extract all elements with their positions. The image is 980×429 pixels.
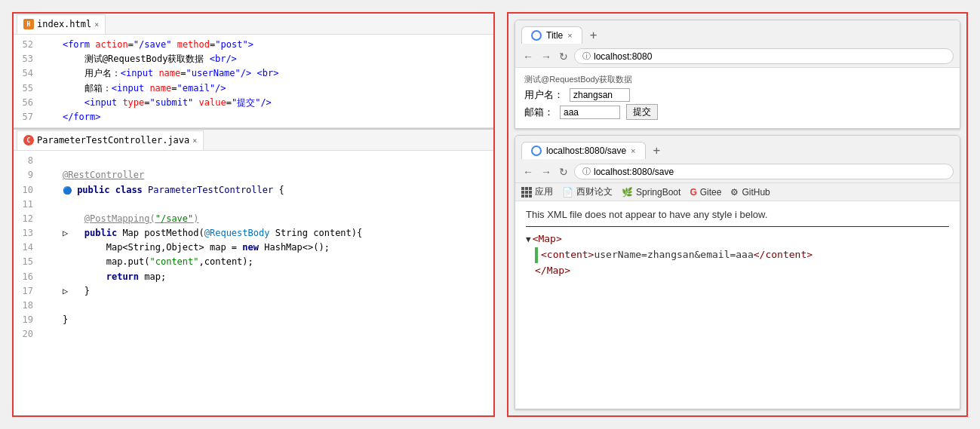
- email-input[interactable]: [560, 106, 620, 119]
- browser-bottom-new-tab[interactable]: +: [647, 140, 667, 161]
- html-code-content: 52 <form action="/save" method="post"> 5…: [14, 35, 493, 127]
- browser-top-chrome: Title × + ← → ↻ ⓘ localhost:8080: [515, 20, 960, 68]
- java-code-content: 8 9 @RestController 10 🔵 public class Pa…: [14, 151, 493, 345]
- back-button[interactable]: ←: [521, 49, 535, 64]
- java-line-16: 16 return map;: [14, 270, 493, 284]
- lock-icon-top: ⓘ: [582, 51, 591, 62]
- html-icon: H: [23, 19, 34, 29]
- browser-bottom-close[interactable]: ×: [631, 146, 635, 155]
- java-tab-close[interactable]: ×: [192, 136, 197, 145]
- bookmark-springboot[interactable]: 🌿 SpringBoot: [622, 187, 680, 198]
- username-label: 用户名：: [524, 88, 564, 102]
- bookmarks-bar: 应用 📄 西财论文 🌿 SpringBoot G Gitee: [515, 182, 960, 201]
- xml-content-line: <content>userName=zhangsan&email=aaa</co…: [526, 247, 949, 263]
- java-line-17: 17 ▷ }: [14, 284, 493, 299]
- java-icon: C: [23, 135, 34, 146]
- globe-icon: [531, 30, 542, 41]
- code-line-54: 54 用户名：<input name="userName"/> <br>: [14, 66, 493, 81]
- html-tab-bar: H index.html ×: [14, 14, 493, 35]
- address-input-top[interactable]: ⓘ localhost:8080: [574, 48, 954, 64]
- java-tab-label: ParameterTestController.java: [37, 135, 189, 146]
- browser-top-tab-bar: Title × +: [515, 20, 960, 45]
- java-line-15: 15 map.put("content",content);: [14, 255, 493, 269]
- browser-bottom-chrome: localhost:8080/save × + ← → ↻ ⓘ localhos…: [515, 136, 960, 201]
- browser-bottom: localhost:8080/save × + ← → ↻ ⓘ localhos…: [515, 135, 960, 409]
- code-line-55: 55 邮箱：<input name="email"/>: [14, 81, 493, 96]
- bookmark-xicai-label: 西财论文: [576, 185, 613, 198]
- globe-icon-bottom: [531, 146, 542, 156]
- github-icon: ⚙: [730, 187, 739, 198]
- lock-icon-bottom: ⓘ: [582, 166, 591, 177]
- xml-bar: [535, 247, 538, 263]
- html-tab-close[interactable]: ×: [94, 20, 99, 29]
- address-text-bottom: localhost:8080/save: [594, 167, 674, 177]
- java-line-8: 8: [14, 154, 493, 168]
- bookmark-github-label: GitHub: [742, 187, 770, 198]
- xml-map-open-tag: <Map>: [533, 231, 562, 247]
- bookmark-github[interactable]: ⚙ GitHub: [730, 187, 770, 198]
- html-editor: H index.html × 52 <form action="/save" m…: [14, 14, 493, 128]
- java-line-19: 19 }: [14, 313, 493, 327]
- browser-top-content: 测试@RequestBody获取数据 用户名： 邮箱： 提交: [515, 68, 960, 128]
- java-line-13: 13 ▷ public Map postMethod(@RequestBody …: [14, 226, 493, 241]
- bookmark-apps-label: 应用: [535, 185, 553, 198]
- gitee-icon: G: [690, 187, 696, 198]
- bookmark-gitee[interactable]: G Gitee: [690, 187, 721, 198]
- content-top-text: 测试@RequestBody获取数据: [524, 74, 951, 85]
- browser-top-tab-title: Title: [546, 30, 563, 41]
- code-line-57: 57 </form>: [14, 110, 493, 124]
- browser-bottom-tab-bar: localhost:8080/save × +: [515, 136, 960, 161]
- browser-bottom-address-bar: ← → ↻ ⓘ localhost:8080/save: [515, 161, 960, 182]
- browser-bottom-tab[interactable]: localhost:8080/save ×: [521, 142, 646, 159]
- java-line-10: 10 🔵 public class ParameterTestControlle…: [14, 183, 493, 198]
- right-panel: Title × + ← → ↻ ⓘ localhost:8080: [507, 12, 968, 417]
- java-line-11: 11: [14, 198, 493, 212]
- code-line-56: 56 <input type="submit" value="提交"/>: [14, 96, 493, 110]
- java-tab-bar: C ParameterTestController.java ×: [14, 130, 493, 151]
- java-editor: C ParameterTestController.java × 8 9 @Re…: [14, 128, 493, 415]
- code-line-52: 52 <form action="/save" method="post">: [14, 38, 493, 52]
- refresh-button-bottom[interactable]: ↻: [558, 164, 570, 179]
- xml-content: This XML file does not appear to have an…: [515, 201, 960, 286]
- email-row: 邮箱： 提交: [524, 104, 951, 120]
- xml-notice: This XML file does not appear to have an…: [526, 209, 949, 220]
- address-input-bottom[interactable]: ⓘ localhost:8080/save: [574, 164, 954, 179]
- forward-button-bottom[interactable]: →: [539, 164, 553, 179]
- java-line-18: 18: [14, 299, 493, 313]
- html-tab[interactable]: H index.html ×: [17, 14, 106, 34]
- browser-top-address-bar: ← → ↻ ⓘ localhost:8080: [515, 45, 960, 67]
- java-tab[interactable]: C ParameterTestController.java ×: [17, 130, 204, 150]
- xml-map-close: </Map>: [526, 263, 949, 279]
- username-row: 用户名：: [524, 88, 951, 102]
- springboot-icon: 🌿: [622, 187, 633, 198]
- java-line-14: 14 Map<String,Object> map = new HashMap<…: [14, 241, 493, 255]
- code-line-53: 53 测试@RequestBody获取数据 <br/>: [14, 52, 493, 66]
- refresh-button[interactable]: ↻: [558, 49, 570, 64]
- browser-top-tab[interactable]: Title ×: [521, 26, 582, 44]
- bookmark-xicai[interactable]: 📄 西财论文: [562, 185, 613, 198]
- collapse-icon[interactable]: ▼: [526, 233, 531, 247]
- xml-content-text: userName=zhangsan&email=aaa: [594, 249, 753, 260]
- main-container: H index.html × 52 <form action="/save" m…: [0, 0, 980, 429]
- java-line-12: 12 @PostMapping("/save"): [14, 212, 493, 226]
- java-line-9: 9 @RestController: [14, 168, 493, 182]
- xml-tree: ▼ <Map> <content>userName=zhangsan&email…: [526, 231, 949, 278]
- email-label: 邮箱：: [524, 106, 554, 119]
- bookmark-gitee-label: Gitee: [700, 187, 722, 198]
- browser-bottom-tab-title: localhost:8080/save: [546, 146, 626, 156]
- bookmark-springboot-label: SpringBoot: [636, 187, 680, 198]
- html-tab-label: index.html: [37, 19, 91, 29]
- back-button-bottom[interactable]: ←: [521, 164, 535, 179]
- left-panel: H index.html × 52 <form action="/save" m…: [12, 12, 495, 417]
- forward-button[interactable]: →: [539, 49, 553, 64]
- bookmark-apps[interactable]: 应用: [521, 185, 553, 198]
- xml-divider: [526, 226, 949, 227]
- xicai-icon: 📄: [562, 187, 573, 198]
- java-line-20: 20: [14, 327, 493, 342]
- browser-top-close[interactable]: ×: [567, 31, 572, 40]
- username-input[interactable]: [570, 88, 630, 102]
- browser-top-new-tab[interactable]: +: [584, 25, 604, 45]
- submit-button[interactable]: 提交: [626, 104, 658, 120]
- xml-content-close: </content>: [754, 249, 813, 260]
- browser-top: Title × + ← → ↻ ⓘ localhost:8080: [515, 20, 960, 129]
